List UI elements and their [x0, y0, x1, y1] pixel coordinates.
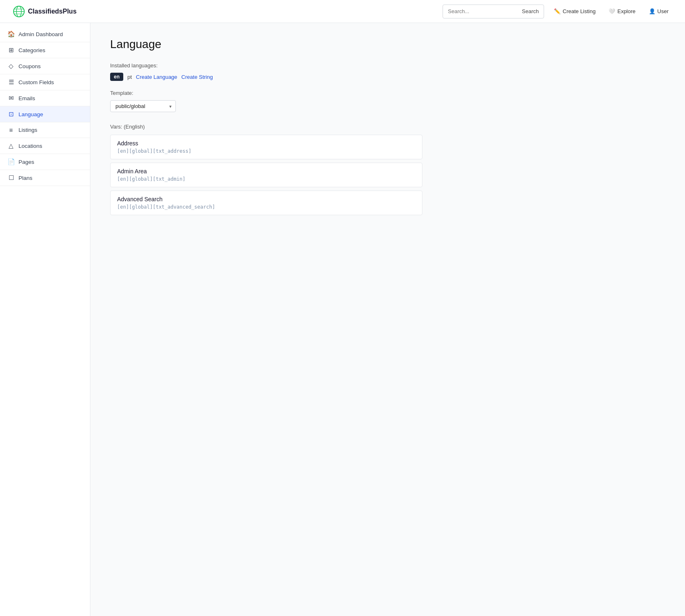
sidebar-item-listings[interactable]: ≡Listings	[0, 122, 90, 138]
language-row: en pt Create Language Create String	[110, 73, 665, 81]
main-content: Language Installed languages: en pt Crea…	[90, 23, 685, 616]
var-name-2: Advanced Search	[117, 196, 415, 202]
installed-languages-section: Installed languages: en pt Create Langua…	[110, 62, 665, 81]
search-button[interactable]: Search	[517, 5, 544, 18]
coupons-icon: ◇	[7, 62, 15, 70]
template-section: Template: public/global public/local adm…	[110, 90, 665, 112]
var-card-1[interactable]: Admin Area [en][global][txt_admin]	[110, 163, 422, 187]
page-body: 🏠Admin Dashboard⊞Categories◇Coupons☰Cust…	[0, 23, 685, 616]
navbar: ClassifiedsPlus Search ✏️ Create Listing…	[0, 0, 685, 23]
user-button[interactable]: 👤 User	[646, 8, 672, 14]
sidebar: 🏠Admin Dashboard⊞Categories◇Coupons☰Cust…	[0, 23, 90, 616]
template-select-wrapper: public/global public/local admin/global …	[110, 100, 176, 112]
admin-dashboard-icon: 🏠	[7, 30, 15, 38]
var-card-0[interactable]: Address [en][global][txt_address]	[110, 135, 422, 159]
sidebar-item-label: Custom Fields	[18, 79, 54, 85]
sidebar-item-language[interactable]: ⊡Language	[0, 106, 90, 122]
vars-list: Address [en][global][txt_address] Admin …	[110, 135, 665, 215]
create-string-button[interactable]: Create String	[181, 74, 213, 80]
custom-fields-icon: ☰	[7, 78, 15, 86]
sidebar-item-admin-dashboard[interactable]: 🏠Admin Dashboard	[0, 26, 90, 42]
sidebar-item-custom-fields[interactable]: ☰Custom Fields	[0, 74, 90, 90]
pages-icon: 📄	[7, 158, 15, 165]
var-key-2: [en][global][txt_advanced_search]	[117, 204, 415, 210]
listings-icon: ≡	[7, 126, 15, 133]
lang-pt-link[interactable]: pt	[127, 74, 132, 80]
brand-icon	[13, 6, 25, 17]
sidebar-item-locations[interactable]: △Locations	[0, 138, 90, 154]
heart-icon: 🤍	[609, 8, 615, 14]
sidebar-item-label: Emails	[18, 95, 35, 101]
categories-icon: ⊞	[7, 46, 15, 54]
create-listing-button[interactable]: ✏️ Create Listing	[551, 8, 599, 14]
installed-languages-label: Installed languages:	[110, 62, 665, 69]
user-icon: 👤	[649, 8, 655, 14]
brand-logo[interactable]: ClassifiedsPlus	[13, 6, 76, 17]
var-name-1: Admin Area	[117, 168, 415, 175]
var-name-0: Address	[117, 140, 415, 147]
language-icon: ⊡	[7, 110, 15, 118]
template-label: Template:	[110, 90, 665, 96]
sidebar-item-label: Plans	[18, 175, 32, 181]
search-bar: Search	[443, 5, 544, 18]
explore-button[interactable]: 🤍 Explore	[605, 8, 639, 14]
lang-en-badge[interactable]: en	[110, 73, 123, 81]
sidebar-item-label: Admin Dashboard	[18, 31, 63, 37]
brand-name: ClassifiedsPlus	[28, 8, 76, 15]
emails-icon: ✉	[7, 94, 15, 102]
locations-icon: △	[7, 142, 15, 149]
sidebar-item-label: Locations	[18, 143, 42, 149]
pencil-icon: ✏️	[554, 8, 560, 14]
sidebar-item-label: Categories	[18, 47, 45, 53]
sidebar-item-categories[interactable]: ⊞Categories	[0, 42, 90, 58]
page-title: Language	[110, 38, 665, 51]
template-select[interactable]: public/global public/local admin/global	[110, 100, 176, 112]
vars-section: Vars: (English) Address [en][global][txt…	[110, 124, 665, 215]
sidebar-item-coupons[interactable]: ◇Coupons	[0, 58, 90, 74]
sidebar-item-label: Language	[18, 111, 43, 117]
sidebar-item-plans[interactable]: ☐Plans	[0, 170, 90, 186]
search-input[interactable]	[443, 8, 517, 14]
var-key-1: [en][global][txt_admin]	[117, 176, 415, 182]
sidebar-item-pages[interactable]: 📄Pages	[0, 154, 90, 170]
sidebar-item-label: Listings	[18, 127, 37, 133]
vars-label: Vars: (English)	[110, 124, 665, 130]
sidebar-item-emails[interactable]: ✉Emails	[0, 90, 90, 106]
sidebar-item-label: Pages	[18, 159, 34, 165]
var-card-2[interactable]: Advanced Search [en][global][txt_advance…	[110, 191, 422, 215]
var-key-0: [en][global][txt_address]	[117, 148, 415, 154]
plans-icon: ☐	[7, 174, 15, 182]
sidebar-item-label: Coupons	[18, 63, 41, 69]
create-language-button[interactable]: Create Language	[136, 74, 177, 80]
